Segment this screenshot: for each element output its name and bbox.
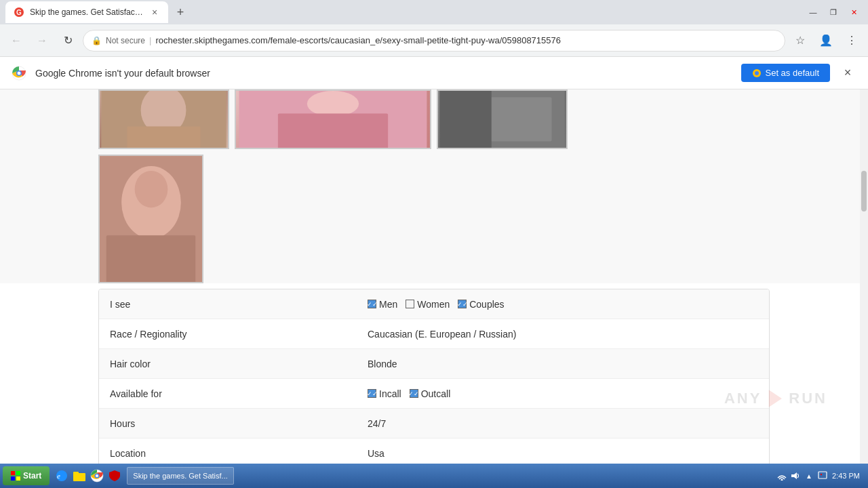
- minimize-button[interactable]: —: [804, 5, 822, 19]
- start-logo-icon: [11, 471, 20, 481]
- checkbox-label: Outcall: [421, 388, 451, 399]
- svg-rect-20: [11, 471, 15, 475]
- url-text: rochester.skipthegames.com/female-escort…: [155, 35, 776, 45]
- tab-title: Skip the games. Get Satisfaction. M...: [30, 7, 144, 17]
- taskbar-running-apps: Skip the games. Get Satisf...: [127, 467, 770, 485]
- svg-text:G: G: [16, 9, 22, 16]
- svg-rect-23: [16, 476, 20, 481]
- info-value: Blonde: [357, 352, 769, 376]
- svg-point-6: [755, 71, 759, 75]
- gallery-row-2: [98, 155, 770, 283]
- watermark-play-icon: [764, 388, 786, 409]
- photo-placeholder-large: [100, 156, 202, 282]
- security-text: Not secure: [106, 36, 145, 45]
- start-button[interactable]: Start: [3, 466, 50, 485]
- network-icon: [776, 470, 787, 481]
- svg-point-4: [18, 71, 21, 75]
- couples-checkbox[interactable]: ✓: [458, 300, 467, 308]
- info-row: I see✓MenWomen✓Couples: [99, 289, 769, 319]
- info-row: Hair colorBlonde: [99, 349, 769, 379]
- notification-close-button[interactable]: ×: [838, 64, 857, 83]
- info-row: Hours24/7: [99, 409, 769, 439]
- svg-rect-27: [73, 472, 79, 474]
- maximize-button[interactable]: ❐: [825, 5, 842, 19]
- scrollbar-thumb[interactable]: [861, 171, 867, 211]
- info-value: Caucasian (E. European / Russian): [357, 322, 769, 346]
- tab-close-button[interactable]: ×: [149, 7, 160, 18]
- photo-thumb-large[interactable]: [98, 155, 203, 283]
- svg-rect-32: [791, 474, 794, 477]
- checkbox-label: Men: [379, 299, 397, 310]
- women-checkbox[interactable]: [406, 300, 414, 308]
- taskbar: Start e Skip the games. Get Satisf...: [0, 464, 868, 488]
- address-bar[interactable]: 🔒 Not secure | rochester.skipthegames.co…: [83, 30, 785, 52]
- photo-placeholder-3: [438, 91, 566, 148]
- svg-rect-15: [439, 91, 491, 148]
- info-value: ✓MenWomen✓Couples: [357, 292, 769, 317]
- navigation-bar: ← → ↻ 🔒 Not secure | rochester.skipthega…: [0, 24, 868, 57]
- taskbar-ie-icon[interactable]: e: [54, 468, 70, 484]
- photo-placeholder-2: [236, 91, 430, 148]
- info-row: Race / RegionalityCaucasian (E. European…: [99, 319, 769, 349]
- photo-thumb-3[interactable]: [437, 89, 568, 149]
- taskbar-folder-icon[interactable]: [71, 468, 87, 484]
- checkbox-label: Women: [417, 299, 450, 310]
- info-value: ✓Incall✓Outcall: [357, 382, 769, 406]
- info-label: Hair color: [99, 352, 357, 376]
- info-value: Usa: [357, 441, 769, 464]
- title-bar: G Skip the games. Get Satisfaction. M...…: [0, 0, 868, 24]
- default-icon: [752, 68, 762, 78]
- photo-gallery: [0, 89, 868, 283]
- browser-tab[interactable]: G Skip the games. Get Satisfaction. M...…: [5, 1, 168, 23]
- system-icons: ▲: [776, 470, 828, 481]
- chrome-logo-icon: [11, 65, 27, 81]
- page-scrollbar[interactable]: [860, 89, 868, 464]
- address-separator: |: [149, 35, 151, 45]
- svg-rect-18: [106, 235, 196, 282]
- new-tab-button[interactable]: +: [171, 3, 190, 22]
- refresh-button[interactable]: ↻: [57, 30, 79, 52]
- bookmark-button[interactable]: ☆: [789, 30, 811, 52]
- men-checkbox[interactable]: ✓: [368, 300, 376, 308]
- photo-thumb-1[interactable]: [98, 89, 229, 149]
- svg-rect-22: [11, 476, 15, 481]
- taskbar-shield-icon[interactable]: [106, 468, 123, 484]
- info-label: I see: [99, 292, 357, 317]
- security-icon: 🔒: [92, 36, 102, 45]
- incall-checkbox[interactable]: ✓: [368, 389, 376, 398]
- svg-rect-9: [127, 127, 201, 148]
- svg-point-19: [135, 171, 168, 208]
- checkbox-item: Women: [406, 299, 450, 310]
- notification-bar: Google Chrome isn't your default browser…: [0, 57, 868, 89]
- browser-menu-button[interactable]: ⋮: [841, 30, 863, 52]
- tray-icon-arr[interactable]: ▲: [804, 470, 814, 481]
- svg-text:e: e: [57, 472, 60, 480]
- browser-frame: G Skip the games. Get Satisfaction. M...…: [0, 0, 868, 488]
- watermark-run: RUN: [789, 390, 827, 407]
- photo-thumb-2[interactable]: [235, 89, 431, 149]
- back-button[interactable]: ←: [5, 30, 27, 52]
- profile-button[interactable]: 👤: [815, 30, 837, 52]
- outcall-checkbox[interactable]: ✓: [410, 389, 418, 398]
- info-label: Hours: [99, 411, 357, 436]
- info-row: LocationUsa: [99, 439, 769, 464]
- close-window-button[interactable]: ✕: [845, 5, 863, 19]
- checkbox-item: ✓Couples: [458, 299, 504, 310]
- photo-placeholder-1: [100, 91, 228, 148]
- forward-button[interactable]: →: [31, 30, 53, 52]
- taskbar-chrome-icon[interactable]: [89, 468, 105, 484]
- set-default-button[interactable]: Set as default: [741, 64, 831, 82]
- info-label: Location: [99, 441, 357, 464]
- taskbar-quick-launch: e: [51, 468, 125, 484]
- watermark: ANY RUN: [724, 388, 827, 409]
- svg-rect-33: [818, 472, 827, 479]
- info-label: Available for: [99, 382, 357, 406]
- info-table: I see✓MenWomen✓CouplesRace / Regionality…: [98, 289, 770, 464]
- checkbox-item: ✓Outcall: [410, 388, 451, 399]
- volume-icon: [790, 470, 801, 481]
- taskbar-app-item[interactable]: Skip the games. Get Satisf...: [127, 467, 233, 485]
- gallery-row-1: [98, 89, 770, 149]
- info-label: Race / Regionality: [99, 322, 357, 346]
- info-value: 24/7: [357, 411, 769, 436]
- system-notification-icon: [817, 470, 828, 481]
